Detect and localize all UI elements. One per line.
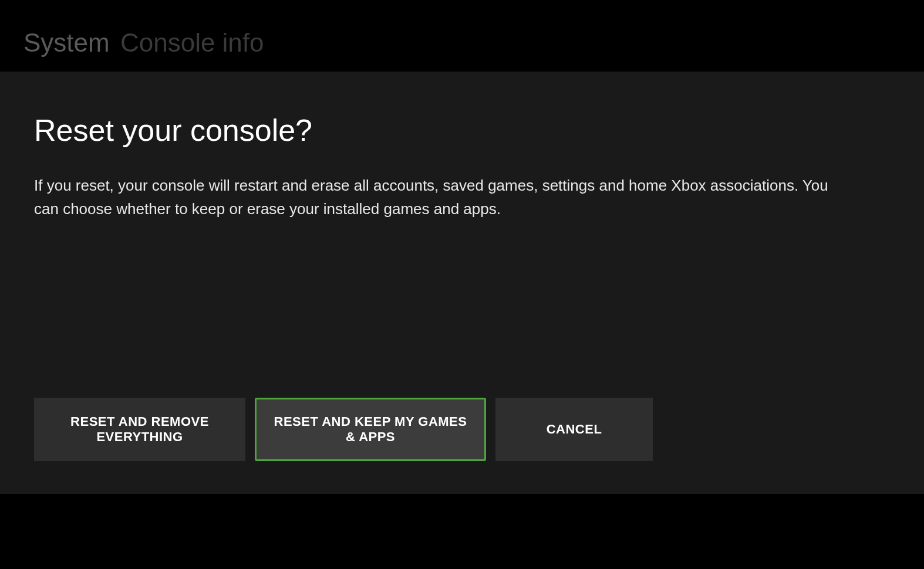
reset-remove-everything-button[interactable]: RESET AND REMOVE EVERYTHING bbox=[34, 398, 245, 461]
reset-keep-games-apps-button[interactable]: RESET AND KEEP MY GAMES & APPS bbox=[255, 398, 486, 461]
page-title: Reset your console? bbox=[34, 113, 890, 148]
cancel-button[interactable]: CANCEL bbox=[495, 398, 653, 461]
breadcrumb-sub: Console info bbox=[120, 28, 264, 57]
header: System Console info bbox=[0, 0, 924, 72]
breadcrumb: System Console info bbox=[23, 28, 901, 57]
description-text: If you reset, your console will restart … bbox=[34, 174, 856, 221]
content-area: Reset your console? If you reset, your c… bbox=[0, 72, 924, 494]
bottom-strip bbox=[0, 494, 924, 569]
breadcrumb-main: System bbox=[23, 28, 110, 57]
button-row: RESET AND REMOVE EVERYTHING RESET AND KE… bbox=[34, 398, 653, 461]
